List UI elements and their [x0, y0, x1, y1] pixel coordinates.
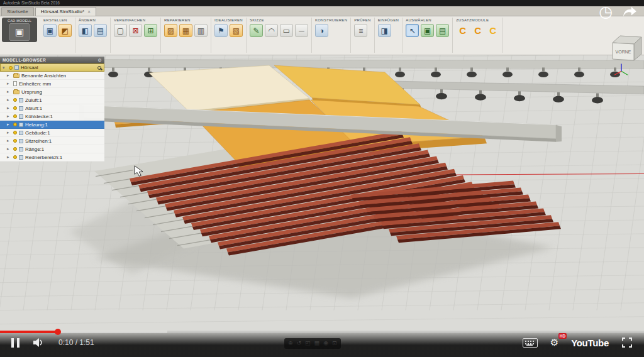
- browser-item-einheiten-mm[interactable]: ▸Einheiten: mm: [0, 80, 104, 88]
- browser-item-ursprung[interactable]: ▸Ursprung: [0, 88, 104, 96]
- visibility-bulb-icon[interactable]: [13, 106, 17, 110]
- browser-item-rednerbereich-1[interactable]: ▸Rednerbereich:1: [0, 153, 104, 162]
- gear-icon: ⚙: [550, 337, 558, 348]
- share-icon[interactable]: [621, 6, 638, 18]
- visibility-bulb-icon[interactable]: [13, 139, 17, 143]
- visibility-bulb-icon[interactable]: [13, 147, 17, 151]
- expand-caret[interactable]: ▸: [7, 97, 11, 102]
- sketch-arc-icon[interactable]: ◠: [265, 24, 278, 37]
- viewcube[interactable]: VORNE: [605, 31, 643, 69]
- pause-button[interactable]: [11, 338, 19, 348]
- visibility-bulb-icon[interactable]: [13, 155, 17, 159]
- browser-item-geb-ude-1[interactable]: ▸Gebäude:1: [0, 129, 104, 137]
- browser-item-benannte-ansichten[interactable]: ▸Benannte Ansichten: [0, 72, 104, 80]
- expand-caret[interactable]: ▸: [7, 81, 11, 86]
- repair-report-icon[interactable]: ▥: [194, 24, 208, 37]
- create-primitive-icon[interactable]: ▣: [43, 24, 57, 37]
- expand-caret[interactable]: ▸: [7, 138, 11, 143]
- progress-knob[interactable]: [55, 329, 61, 335]
- browser-item-abluft-1[interactable]: ▸Abluft:1: [0, 104, 104, 113]
- ribbon-icon-row: ▣◩: [43, 24, 72, 37]
- sketch-rect-icon[interactable]: ▭: [280, 24, 293, 37]
- select-cursor-icon[interactable]: ↖: [406, 24, 419, 37]
- workspace-label: CAD-MODELL: [8, 19, 31, 23]
- addin-c1-icon[interactable]: C: [456, 24, 469, 37]
- ribbon-group-label: KONSTRUIEREN: [315, 18, 347, 22]
- browser-item-h-rsaal[interactable]: ▾Hörsaal: [0, 63, 104, 72]
- viewport-3d[interactable]: MODELL-BROWSER ⊙ ▾Hörsaal▸Benannte Ansic…: [0, 55, 644, 357]
- youtube-logo[interactable]: YouTube: [571, 338, 609, 348]
- fullscreen-icon[interactable]: [621, 337, 633, 348]
- progress-bar[interactable]: [0, 331, 644, 333]
- idealize-sheet-icon[interactable]: ▧: [230, 24, 243, 37]
- ribbon-group: VEREINFACHEN▢⊠⊞: [111, 18, 161, 53]
- browser-item-label: Einheiten: mm: [19, 81, 51, 87]
- browser-item-k-hldecke-1[interactable]: ▸Kühldecke:1: [0, 113, 104, 121]
- ribbon-group-label: IDEALISIEREN: [214, 18, 243, 22]
- tab-startseite[interactable]: Startseite: [1, 7, 34, 16]
- model-browser-panel: MODELL-BROWSER ⊙ ▾Hörsaal▸Benannte Ansic…: [0, 57, 104, 162]
- browser-options-icon[interactable]: ⊙: [98, 58, 102, 63]
- ribbon-groups: ERSTELLEN▣◩ÄNDERN◧▤VEREINFACHEN▢⊠⊞REPARI…: [40, 18, 503, 53]
- watch-later-icon[interactable]: ◷: [599, 4, 613, 19]
- browser-item-label: Gebäude:1: [25, 130, 50, 136]
- search-icon[interactable]: [97, 66, 101, 70]
- edit-body-icon[interactable]: ◧: [79, 24, 92, 37]
- ribbon-group-label: PRÜFEN: [354, 18, 370, 22]
- ribbon-group: IDEALISIEREN⚑▧: [211, 18, 247, 53]
- visibility-bulb-icon[interactable]: [9, 66, 13, 70]
- ribbon-group: AUSWÄHLEN↖▣▤: [402, 18, 453, 53]
- tab-close-icon[interactable]: ×: [87, 9, 91, 14]
- simplify-remove-icon[interactable]: ⊠: [129, 24, 142, 37]
- browser-item-zuluft-1[interactable]: ▸Zuluft:1: [0, 96, 104, 104]
- document-tabbar: Startseite Hörsaal.SimStudio* ×: [0, 6, 644, 16]
- construct-plane-icon[interactable]: ◑: [315, 24, 328, 37]
- visibility-bulb-icon[interactable]: [13, 131, 17, 135]
- addin-c3-icon[interactable]: C: [486, 24, 499, 37]
- create-extrude-icon[interactable]: ◩: [58, 24, 72, 37]
- expand-caret[interactable]: ▸: [7, 155, 11, 160]
- select-group-icon[interactable]: ▤: [436, 24, 449, 37]
- workspace-badge[interactable]: CAD-MODELL ▣: [2, 18, 37, 42]
- expand-caret[interactable]: ▸: [7, 89, 11, 94]
- expand-caret[interactable]: ▸: [7, 146, 11, 151]
- ribbon-icon-row: ◑: [315, 24, 347, 37]
- simplify-body-icon[interactable]: ▢: [114, 24, 127, 37]
- insert-icon[interactable]: ◨: [378, 24, 391, 37]
- simplify-add-icon[interactable]: ⊞: [144, 24, 157, 37]
- expand-caret[interactable]: ▸: [7, 130, 11, 135]
- expand-caret[interactable]: ▾: [3, 65, 7, 70]
- select-body-icon[interactable]: ▣: [421, 24, 434, 37]
- expand-caret[interactable]: ▸: [7, 122, 11, 127]
- expand-caret[interactable]: ▸: [7, 114, 11, 119]
- repair-body-icon[interactable]: ▨: [164, 24, 177, 37]
- subtitles-icon[interactable]: [523, 338, 538, 348]
- model-browser-title: MODELL-BROWSER: [3, 58, 46, 62]
- sketch-line-icon[interactable]: ─: [295, 24, 308, 37]
- visibility-bulb-icon[interactable]: [13, 123, 17, 126]
- volume-icon[interactable]: [33, 338, 45, 347]
- visibility-bulb-icon[interactable]: [13, 114, 17, 118]
- expand-caret[interactable]: ▸: [7, 106, 11, 111]
- component-icon: [19, 155, 23, 160]
- browser-item-r-nge-1[interactable]: ▸Ränge:1: [0, 145, 104, 153]
- folder-icon: [13, 74, 19, 78]
- browser-item-label: Sitzreihen:1: [25, 138, 52, 144]
- tab-label: Startseite: [7, 9, 28, 14]
- tab-hoersaal-document[interactable]: Hörsaal.SimStudio* ×: [35, 7, 96, 16]
- visibility-bulb-icon[interactable]: [13, 98, 17, 102]
- addin-c2-icon[interactable]: C: [471, 24, 484, 37]
- sketch-create-icon[interactable]: ✎: [250, 24, 263, 37]
- component-icon: [19, 98, 23, 102]
- ribbon-icon-row: ◧▤: [79, 24, 107, 37]
- idealize-flag-icon[interactable]: ⚑: [214, 24, 228, 37]
- model-browser-header[interactable]: MODELL-BROWSER ⊙: [0, 57, 104, 63]
- ribbon-icon-row: ↖▣▤: [406, 24, 449, 37]
- edit-properties-icon[interactable]: ▤: [94, 24, 107, 37]
- measure-icon[interactable]: ≡: [354, 24, 367, 37]
- browser-item-sitzreihen-1[interactable]: ▸Sitzreihen:1: [0, 137, 104, 145]
- expand-caret[interactable]: ▸: [7, 73, 11, 78]
- settings-button[interactable]: ⚙ HD: [550, 337, 558, 348]
- repair-mesh-icon[interactable]: ▦: [179, 24, 192, 37]
- browser-item-heizung-1[interactable]: ▸Heizung:1: [0, 121, 104, 129]
